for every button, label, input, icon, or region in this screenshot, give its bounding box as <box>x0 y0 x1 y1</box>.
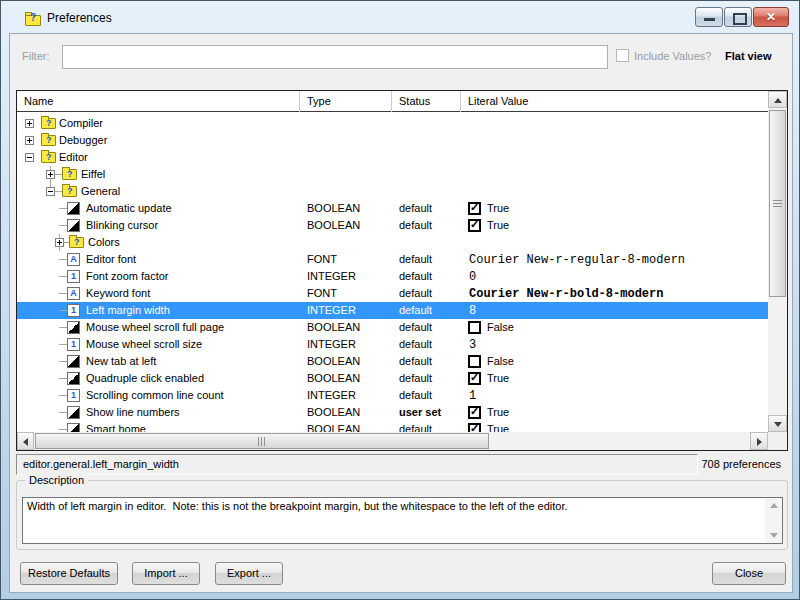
maximize-button[interactable] <box>724 7 752 27</box>
value-checkbox[interactable] <box>468 202 481 215</box>
scroll-right-button[interactable] <box>750 432 768 450</box>
preference-status: default <box>399 219 432 231</box>
font-type-icon: A <box>67 253 80 266</box>
table-row[interactable]: ?Eiffel <box>17 166 768 183</box>
flat-view-toggle[interactable]: Flat view <box>725 50 771 62</box>
scroll-left-button[interactable] <box>17 432 34 450</box>
preference-category-label: Colors <box>88 236 120 248</box>
value-checkbox[interactable] <box>468 321 481 334</box>
preference-category-label: Compiler <box>59 117 103 129</box>
restore-defaults-button[interactable]: Restore Defaults <box>20 562 118 585</box>
column-header-type[interactable]: Type <box>307 95 331 107</box>
value-checkbox[interactable] <box>468 406 481 419</box>
preference-name-label: Show line numbers <box>86 406 180 418</box>
preference-type: BOOLEAN <box>307 423 360 432</box>
integer-type-icon: 1 <box>67 389 80 402</box>
selected-preference-path: editor.general.left_margin_width <box>23 458 179 470</box>
value-checkbox[interactable] <box>468 355 481 368</box>
description-scroll-up-icon[interactable] <box>770 503 778 508</box>
tree-line <box>59 361 67 362</box>
preference-type: FONT <box>307 253 337 265</box>
table-row[interactable]: 1Scrolling common line countINTEGERdefau… <box>17 387 768 404</box>
table-row[interactable]: ?Editor <box>17 149 768 166</box>
collapse-icon[interactable] <box>46 187 55 196</box>
column-header-status[interactable]: Status <box>399 95 430 107</box>
expand-icon[interactable] <box>25 136 34 145</box>
expand-icon[interactable] <box>25 119 34 128</box>
import-button[interactable]: Import ... <box>132 562 200 585</box>
preference-value: True <box>487 423 509 432</box>
description-box[interactable]: Width of left margin in editor. Note: th… <box>22 497 783 544</box>
expand-icon[interactable] <box>55 238 64 247</box>
column-divider[interactable] <box>299 91 300 112</box>
table-row[interactable]: AKeyword fontFONTdefaultCourier New-r-bo… <box>17 285 768 302</box>
column-divider[interactable] <box>391 91 392 112</box>
column-divider[interactable] <box>460 91 461 112</box>
table-row[interactable]: Automatic updateBOOLEANdefaultTrue <box>17 200 768 217</box>
table-row[interactable]: 1Font zoom factorINTEGERdefault0 <box>17 268 768 285</box>
column-header-name[interactable]: Name <box>24 95 53 107</box>
table-row[interactable]: 1Mouse wheel scroll sizeINTEGERdefault3 <box>17 336 768 353</box>
scroll-down-button[interactable] <box>768 415 787 432</box>
include-values-checkbox[interactable] <box>616 49 629 62</box>
tree-line <box>59 310 67 311</box>
minimize-button[interactable] <box>695 7 723 27</box>
table-row[interactable]: ?Debugger <box>17 132 768 149</box>
tree-line <box>59 378 67 379</box>
preference-type: INTEGER <box>307 338 356 350</box>
table-row[interactable]: Show line numbersBOOLEANuser setTrue <box>17 404 768 421</box>
table-row[interactable]: ?Compiler <box>17 115 768 132</box>
expand-icon[interactable] <box>46 170 55 179</box>
preference-name-label: Left margin width <box>86 304 170 316</box>
table-row[interactable]: ?Colors <box>17 234 768 251</box>
preference-value: Courier New-r-regular-8-modern <box>469 253 685 267</box>
folder-icon: ? <box>41 135 56 146</box>
value-checkbox[interactable] <box>468 423 481 432</box>
value-checkbox[interactable] <box>468 219 481 232</box>
table-row[interactable]: Smart homeBOOLEANdefaultTrue <box>17 421 768 432</box>
preference-value: True <box>487 219 509 231</box>
preference-value: Courier New-r-bold-8-modern <box>469 287 663 301</box>
preference-status: default <box>399 389 432 401</box>
preference-value: False <box>487 321 514 333</box>
description-scroll-down-icon[interactable] <box>770 533 778 538</box>
description-scrollbar[interactable] <box>765 498 782 543</box>
horizontal-scrollbar[interactable] <box>17 432 768 450</box>
preference-status: default <box>399 338 432 350</box>
vertical-scrollbar[interactable] <box>768 91 787 432</box>
table-row[interactable]: Mouse wheel scroll full pageBOOLEANdefau… <box>17 319 768 336</box>
table-row[interactable]: ?General <box>17 183 768 200</box>
preference-status: default <box>399 372 432 384</box>
table-row[interactable]: 1Left margin widthINTEGERdefault8 <box>17 302 768 319</box>
table-row[interactable]: Blinking cursorBOOLEANdefaultTrue <box>17 217 768 234</box>
vertical-scroll-thumb[interactable] <box>769 110 786 297</box>
close-window-button[interactable] <box>753 7 789 27</box>
preference-value: True <box>487 202 509 214</box>
preference-value: 1 <box>469 389 476 403</box>
preference-value: True <box>487 406 509 418</box>
grid-header[interactable]: Name Type Status Literal Value <box>17 91 768 112</box>
preference-name-label: Keyword font <box>86 287 150 299</box>
preferences-grid: Name Type Status Literal Value ?Compiler… <box>16 90 788 451</box>
table-row[interactable]: New tab at leftBOOLEANdefaultFalse <box>17 353 768 370</box>
collapse-icon[interactable] <box>25 153 34 162</box>
preference-status: default <box>399 304 432 316</box>
titlebar[interactable]: ? Preferences <box>1 1 799 33</box>
table-row[interactable]: Quadruple click enabledBOOLEANdefaultTru… <box>17 370 768 387</box>
include-values-label: Include Values? <box>634 50 711 62</box>
table-row[interactable]: AEditor fontFONTdefaultCourier New-r-reg… <box>17 251 768 268</box>
export-button[interactable]: Export ... <box>215 562 283 585</box>
scroll-up-button[interactable] <box>768 91 787 108</box>
tree-line <box>59 429 67 430</box>
filter-input[interactable] <box>62 45 608 69</box>
value-checkbox[interactable] <box>468 372 481 385</box>
horizontal-scroll-thumb[interactable] <box>35 433 489 449</box>
preference-status: default <box>399 423 432 432</box>
column-header-literal-value[interactable]: Literal Value <box>468 95 528 107</box>
preference-name-label: Scrolling common line count <box>86 389 224 401</box>
close-button[interactable]: Close <box>712 562 786 585</box>
scrollbar-corner <box>768 432 787 450</box>
preference-status: default <box>399 202 432 214</box>
preference-type: FONT <box>307 287 337 299</box>
tree-line <box>59 412 67 413</box>
